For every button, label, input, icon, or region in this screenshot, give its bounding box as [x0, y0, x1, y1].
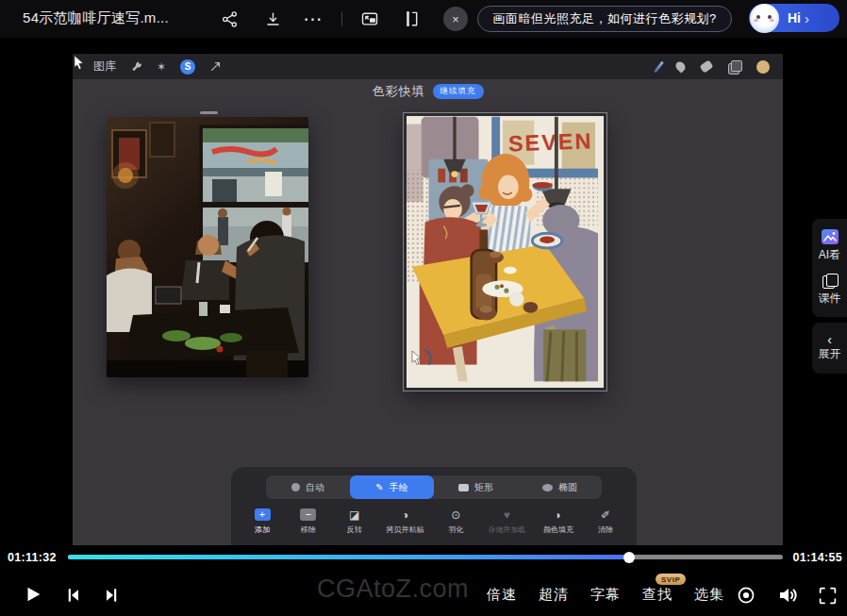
courseware-icon	[822, 274, 838, 288]
smudge-tool-icon[interactable]	[673, 59, 687, 73]
selection-tool-icon[interactable]: S	[180, 59, 195, 75]
action-label: 移除	[301, 524, 316, 535]
flip-crop-button[interactable]	[397, 6, 424, 32]
mode-tab-ellipse[interactable]: 椭圆	[518, 475, 602, 499]
picture-in-picture-icon	[360, 9, 379, 28]
reference-drag-handle[interactable]	[200, 111, 218, 114]
assistant-avatar	[750, 4, 779, 33]
progress-bar[interactable]	[68, 555, 783, 559]
rectangle-icon	[458, 484, 469, 491]
action-clear[interactable]: ✐ 清除	[591, 508, 620, 535]
pen-icon: ✎	[375, 482, 383, 492]
expand-label: 展开	[819, 346, 841, 362]
more-icon: ⋯	[304, 8, 324, 30]
action-label: 反转	[347, 524, 362, 535]
player-menu: 倍速 超清 字幕 查找 SVIP 选集	[487, 586, 724, 604]
action-label: 存储并加载	[488, 524, 525, 535]
picture-in-picture-button[interactable]	[357, 6, 383, 32]
flip-crop-icon	[401, 9, 420, 28]
action-label: 添加	[255, 524, 270, 535]
action-label: 拷贝并粘贴	[387, 524, 424, 535]
brush-tool-icon[interactable]	[654, 60, 664, 73]
fullscreen-button[interactable]	[815, 583, 839, 608]
reference-photo-panel	[107, 117, 308, 377]
layers-icon[interactable]	[728, 60, 740, 73]
feather-icon: ⊙	[451, 508, 460, 522]
artwork-sign-text: SEVEN	[507, 128, 592, 156]
app-toolbar: 图库 ✶ S	[73, 54, 783, 79]
tool-title: 色彩快填	[373, 83, 425, 100]
assistant-pill[interactable]: Hi ›	[749, 4, 839, 32]
ring-dot-icon	[736, 585, 756, 606]
mode-label: 自动	[306, 481, 324, 494]
plus-icon: +	[255, 508, 271, 521]
mode-label: 椭圆	[558, 481, 577, 494]
more-button[interactable]: ⋯	[300, 6, 326, 32]
mode-tab-rectangle[interactable]: 矩形	[434, 475, 518, 499]
share-icon	[221, 10, 239, 28]
action-feather[interactable]: ⊙ 羽化	[441, 508, 470, 535]
procreate-app-ui: 图库 ✶ S 色彩快填 继续填充	[73, 54, 783, 545]
eraser-tool-icon[interactable]	[700, 59, 714, 73]
mode-tab-freehand[interactable]: ✎ 手绘	[350, 475, 434, 499]
action-copy-paste[interactable]: ◑ 拷贝并粘贴	[387, 508, 424, 535]
find-label: 查找	[642, 586, 673, 602]
volume-button[interactable]	[774, 582, 801, 608]
ai-view-icon	[822, 229, 839, 244]
fullscreen-icon	[818, 586, 838, 606]
subtitles-button[interactable]: 字幕	[590, 586, 621, 604]
speed-button[interactable]: 倍速	[487, 586, 517, 604]
download-button[interactable]	[259, 6, 286, 32]
video-title: 54示范咖啡厅速写.m...	[23, 9, 169, 27]
action-color-fill[interactable]: ◗ 颜色填充	[543, 508, 573, 535]
progress-fill	[68, 555, 629, 559]
action-invert[interactable]: ◪ 反转	[340, 508, 369, 535]
volume-icon	[776, 584, 799, 607]
quality-button[interactable]: 超清	[539, 586, 569, 604]
action-label: 颜色填充	[543, 524, 573, 535]
expand-tab[interactable]: ‹ 展开	[812, 323, 847, 374]
transform-tool-icon[interactable]	[209, 60, 222, 73]
close-button[interactable]: ×	[443, 7, 468, 31]
close-icon: ×	[452, 12, 459, 26]
copy-paste-icon: ◑	[402, 508, 408, 522]
save-load-icon: ♥	[504, 508, 510, 522]
share-button[interactable]	[216, 6, 242, 32]
wrench-icon[interactable]	[130, 60, 142, 73]
previous-button[interactable]	[61, 584, 86, 607]
chevron-left-icon: ‹	[827, 335, 832, 344]
courseware-button[interactable]: 课件	[819, 274, 841, 307]
mode-tab-automatic[interactable]: 自动	[266, 475, 350, 499]
action-label: 羽化	[448, 524, 463, 535]
toolbar-divider	[341, 11, 342, 26]
color-swatch[interactable]	[756, 60, 770, 74]
mode-label: 矩形	[474, 481, 493, 494]
progress-handle[interactable]	[623, 552, 635, 563]
action-label: 清除	[598, 524, 613, 535]
action-add[interactable]: + 添加	[248, 508, 276, 535]
gallery-button[interactable]: 图库	[93, 58, 116, 75]
video-frame[interactable]: 图库 ✶ S 色彩快填 继续填充	[0, 38, 847, 547]
previous-icon	[64, 586, 83, 605]
danmaku-toggle-button[interactable]	[734, 583, 758, 608]
play-button[interactable]	[21, 582, 45, 607]
ai-view-label: AI看	[819, 247, 840, 263]
automatic-icon	[291, 483, 300, 491]
action-remove[interactable]: − 移除	[294, 508, 323, 535]
tool-badge[interactable]: 继续填充	[433, 84, 484, 99]
next-button[interactable]	[99, 584, 124, 607]
assistant-label: Hi	[788, 10, 801, 25]
minus-icon: −	[300, 508, 316, 521]
find-button[interactable]: 查找 SVIP	[642, 586, 673, 604]
action-save-load[interactable]: ♥ 存储并加载	[488, 508, 525, 535]
watermark: CGAtoZ.com	[317, 574, 469, 604]
selection-toolbar: 自动 ✎ 手绘 矩形 椭圆 + 添加	[231, 467, 637, 545]
illustration: SEVEN	[407, 116, 598, 382]
courseware-label: 课件	[819, 291, 841, 307]
top-bar: 54示范咖啡厅速写.m... ⋯ × 画面暗但光照充足，如何进行色彩规划?	[0, 0, 847, 38]
adjustments-icon[interactable]: ✶	[157, 60, 166, 74]
episodes-button[interactable]: 选集	[694, 586, 724, 604]
ai-view-button[interactable]: AI看	[819, 229, 840, 263]
ai-question-pill[interactable]: 画面暗但光照充足，如何进行色彩规划?	[477, 6, 732, 32]
selection-actions: + 添加 − 移除 ◪ 反转 ◑ 拷贝并粘贴 ⊙ 羽化	[231, 499, 637, 535]
